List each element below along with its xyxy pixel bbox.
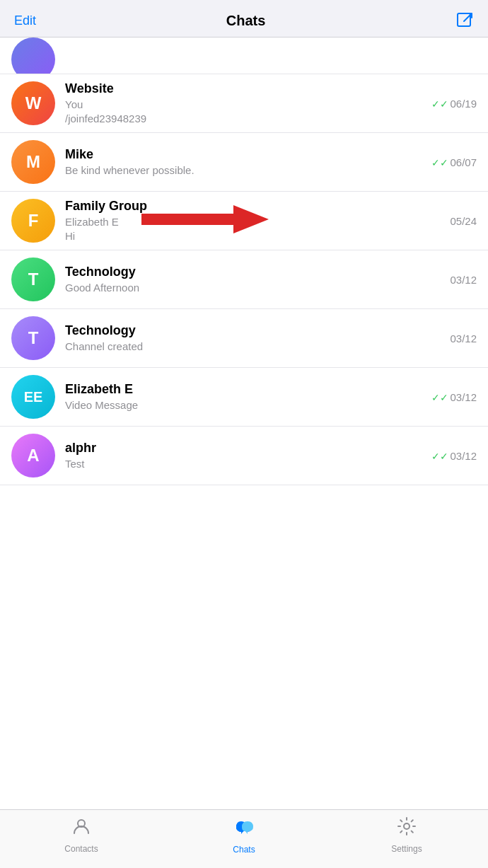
check-icon: ✓✓ — [431, 392, 448, 403]
list-item[interactable]: F Family Group Elizabeth E Hi 05/24 — [0, 192, 488, 250]
tab-bar: Contacts Chats Settings — [0, 809, 488, 868]
chats-label: Chats — [233, 845, 255, 855]
chat-date: 05/24 — [450, 215, 477, 227]
chat-info: Technology Channel created — [65, 323, 443, 354]
list-item[interactable]: T Technology Channel created 03/12 — [0, 309, 488, 368]
chat-info: Elizabeth E Video Message — [65, 382, 424, 412]
avatar — [11, 37, 55, 74]
chat-sub-line2: /joinfed23948239 — [65, 112, 424, 126]
chat-meta: ✓✓06/19 — [431, 98, 477, 110]
chat-meta: 03/12 — [450, 332, 477, 345]
chat-sub-line2: Hi — [65, 229, 443, 243]
chat-name: Elizabeth E — [65, 382, 424, 397]
avatar: F — [11, 199, 55, 243]
chat-date: 03/12 — [450, 274, 477, 286]
settings-icon — [397, 816, 417, 841]
chat-name: alphr — [65, 441, 424, 456]
settings-label: Settings — [391, 844, 422, 854]
chat-list: W Website You /joinfed23948239 ✓✓06/19 M… — [0, 37, 488, 809]
tab-contacts[interactable]: Contacts — [0, 816, 163, 854]
avatar: M — [11, 140, 55, 184]
chat-sub: Test — [65, 457, 424, 471]
chat-sub-line1: You — [65, 98, 424, 112]
list-item[interactable]: A alphr Test ✓✓03/12 — [0, 427, 488, 485]
chat-info: Family Group Elizabeth E Hi — [65, 199, 443, 243]
chat-date: ✓✓03/12 — [431, 450, 477, 462]
check-icon: ✓✓ — [431, 98, 448, 110]
svg-point-6 — [404, 823, 409, 829]
chat-info: Website You /joinfed23948239 — [65, 81, 424, 125]
avatar: T — [11, 316, 55, 360]
list-item[interactable]: W Website You /joinfed23948239 ✓✓06/19 — [0, 74, 488, 133]
compose-icon — [455, 11, 474, 30]
chat-sub-line1: Elizabeth E — [65, 215, 443, 229]
chat-date: ✓✓03/12 — [431, 391, 477, 403]
chat-sub: Good Afternoon — [65, 281, 443, 295]
chat-info: Technology Good Afternoon — [65, 265, 443, 295]
compose-button[interactable] — [455, 11, 474, 30]
chat-meta: ✓✓03/12 — [431, 450, 477, 462]
chat-info: Mike Be kind whenever possible. — [65, 147, 424, 178]
chat-name: Technology — [65, 323, 443, 338]
contacts-icon — [71, 816, 91, 841]
chat-sub: Channel created — [65, 340, 443, 354]
tab-settings[interactable]: Settings — [325, 816, 488, 854]
chat-sub: Be kind whenever possible. — [65, 163, 424, 178]
header: Edit Chats — [0, 0, 488, 37]
list-item[interactable]: EE Elizabeth E Video Message ✓✓03/12 — [0, 368, 488, 427]
chat-name: Website — [65, 81, 424, 96]
chat-sub: Video Message — [65, 398, 424, 412]
chats-icon — [233, 816, 255, 842]
chat-name: Family Group — [65, 199, 443, 214]
chat-meta: ✓✓06/07 — [431, 156, 477, 168]
chat-info: alphr Test — [65, 441, 424, 471]
check-icon: ✓✓ — [431, 157, 448, 168]
list-item[interactable]: T Technology Good Afternoon 03/12 — [0, 250, 488, 309]
chat-meta: 05/24 — [450, 215, 477, 227]
chat-meta: 03/12 — [450, 274, 477, 286]
avatar: EE — [11, 375, 55, 419]
avatar: A — [11, 434, 55, 478]
chat-meta: ✓✓03/12 — [431, 391, 477, 403]
chat-name: Mike — [65, 147, 424, 162]
tab-chats[interactable]: Chats — [163, 816, 325, 855]
chat-date: ✓✓06/07 — [431, 156, 477, 168]
chat-name: Technology — [65, 265, 443, 279]
svg-rect-0 — [458, 13, 470, 26]
edit-button[interactable]: Edit — [14, 13, 36, 28]
page-title: Chats — [226, 13, 266, 29]
chat-date: 03/12 — [450, 332, 477, 345]
list-item[interactable] — [0, 37, 488, 74]
check-icon: ✓✓ — [431, 451, 448, 462]
avatar: W — [11, 81, 55, 125]
contacts-label: Contacts — [64, 844, 98, 854]
avatar: T — [11, 257, 55, 301]
list-item[interactable]: M Mike Be kind whenever possible. ✓✓06/0… — [0, 133, 488, 192]
chat-date: ✓✓06/19 — [431, 98, 477, 110]
